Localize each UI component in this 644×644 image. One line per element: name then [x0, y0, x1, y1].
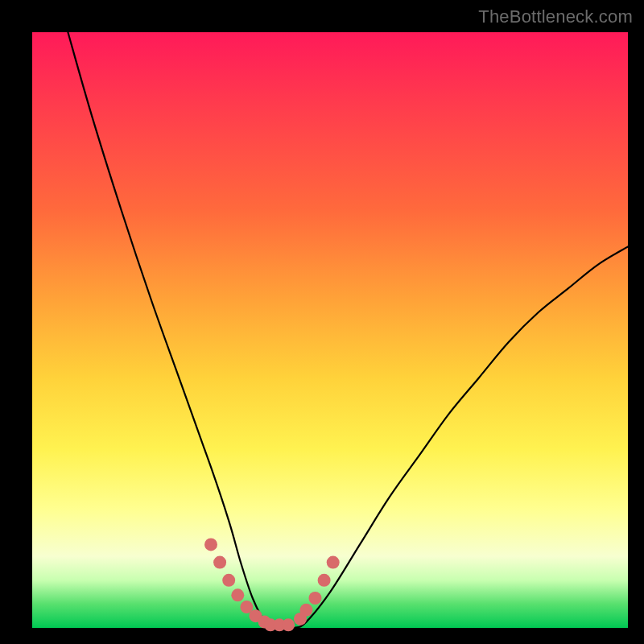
marker-dot — [222, 574, 235, 587]
marker-dot — [327, 556, 340, 569]
bottleneck-curve — [68, 32, 628, 629]
marker-dot — [213, 556, 226, 569]
marker-dot — [299, 604, 312, 617]
watermark-text: TheBottleneck.com — [478, 6, 633, 27]
marker-dot — [318, 574, 331, 587]
curve-svg — [32, 32, 628, 628]
marker-dot — [282, 618, 295, 631]
marker-dot — [231, 588, 244, 601]
marker-group — [204, 538, 340, 631]
plot-area — [32, 32, 628, 628]
marker-dot — [204, 538, 217, 551]
chart-frame: TheBottleneck.com — [0, 0, 644, 644]
marker-dot — [309, 592, 322, 605]
